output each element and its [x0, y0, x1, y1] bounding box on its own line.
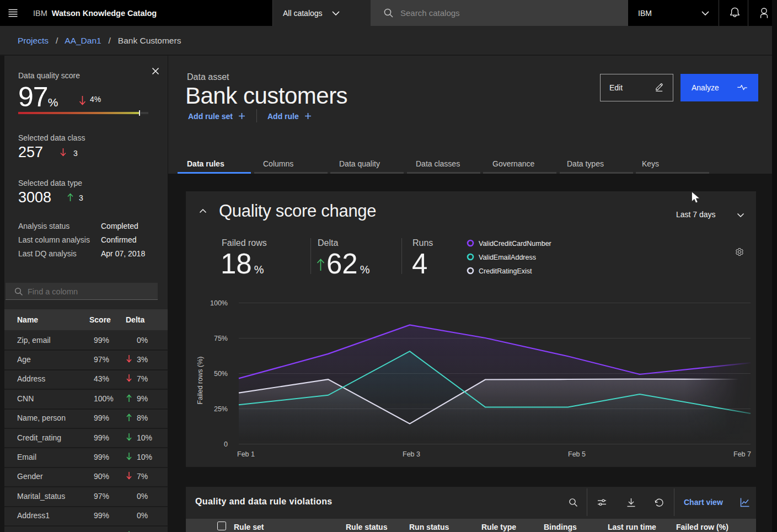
svg-text:Feb 3: Feb 3 — [403, 450, 420, 458]
svg-text:50%: 50% — [214, 370, 228, 378]
svg-text:Feb 7: Feb 7 — [733, 450, 751, 458]
svg-text:Failed rows (%): Failed rows (%) — [196, 357, 204, 405]
svg-text:100%: 100% — [210, 299, 228, 307]
svg-text:25%: 25% — [214, 405, 228, 413]
svg-text:Feb 1: Feb 1 — [237, 450, 255, 458]
svg-text:Feb 5: Feb 5 — [568, 450, 586, 458]
svg-text:75%: 75% — [214, 335, 228, 342]
svg-text:0: 0 — [224, 440, 228, 448]
